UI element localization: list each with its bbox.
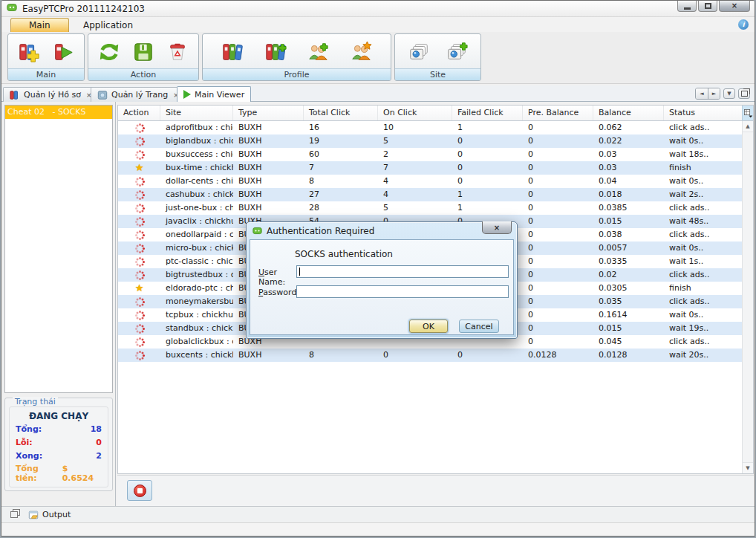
cell-on-click: 5 bbox=[378, 134, 452, 148]
cell-action: ★ bbox=[118, 295, 160, 308]
save-icon bbox=[132, 41, 154, 63]
column-header-balance[interactable]: Balance bbox=[593, 106, 664, 120]
delete-button[interactable] bbox=[164, 39, 191, 65]
play-icon bbox=[183, 90, 191, 99]
table-row[interactable]: ★ cashubux : chickh... BUXH 27 4 1 0 0.0… bbox=[118, 188, 742, 201]
output-tab[interactable]: Output bbox=[25, 508, 74, 522]
cell-type: BUXH bbox=[233, 201, 304, 215]
dialog-titlebar[interactable]: Authentication Required bbox=[247, 222, 517, 239]
column-header-total-click[interactable]: Total Click bbox=[304, 106, 378, 120]
column-header-status[interactable]: Status bbox=[664, 106, 742, 120]
column-header-on-click[interactable]: On Click bbox=[378, 106, 452, 120]
sites-icon bbox=[408, 41, 430, 63]
metric-value: 18 bbox=[91, 424, 102, 434]
save-button[interactable] bbox=[130, 39, 157, 65]
spinner-icon bbox=[134, 230, 145, 240]
column-header-site[interactable]: Site bbox=[160, 106, 233, 120]
ribbon-tab-main[interactable]: Main bbox=[10, 18, 69, 32]
viewer-bottom-panel bbox=[117, 475, 754, 506]
run-profile-button[interactable] bbox=[50, 39, 76, 65]
cell-total-click: 16 bbox=[304, 121, 378, 134]
cell-pre-balance: 0 bbox=[523, 228, 593, 242]
cell-total-click: 28 bbox=[304, 201, 378, 215]
metric-errors: Lỗi: 0 bbox=[16, 438, 102, 447]
window-controls: × bbox=[677, 1, 750, 12]
maximize-button[interactable] bbox=[698, 1, 717, 12]
sites-button[interactable] bbox=[405, 39, 432, 65]
add-site-button[interactable] bbox=[443, 39, 470, 65]
stop-button[interactable] bbox=[127, 480, 152, 501]
table-row[interactable]: ★ adprofitbux : chic... BUXH 16 10 1 0 0… bbox=[118, 121, 742, 134]
ribbon-group-label: Action bbox=[88, 68, 198, 80]
column-header-type[interactable]: Type bbox=[233, 106, 304, 120]
table-row[interactable]: ★ bux-time : chickh... BUXH 7 7 0 0 0.03… bbox=[118, 161, 742, 175]
table-row[interactable]: ★ buxcents : chickh... BUXH 8 0 0 0.0128… bbox=[118, 349, 742, 362]
ribbon-tab-application[interactable]: Application bbox=[65, 18, 151, 32]
cell-total-click: 8 bbox=[304, 349, 378, 362]
table-row[interactable]: ★ dollar-cents : chic... BUXH 8 4 0 0 0.… bbox=[118, 175, 742, 188]
table-row[interactable]: ★ biglandbux : chick... BUXH 19 5 0 0 0.… bbox=[118, 134, 742, 148]
spinner-icon bbox=[134, 243, 145, 253]
scroll-up-button[interactable]: ▲ bbox=[743, 121, 753, 132]
star-icon: ★ bbox=[135, 282, 144, 295]
add-users-icon bbox=[307, 41, 329, 63]
column-header-action[interactable]: Action bbox=[118, 106, 160, 120]
cell-action: ★ bbox=[118, 215, 160, 228]
add-profiles-button[interactable] bbox=[262, 39, 289, 65]
cancel-button[interactable]: Cancel bbox=[459, 320, 499, 333]
metric-total-money: Tổng tiền: $ 0.6524 bbox=[16, 464, 102, 483]
cell-failed-click: 1 bbox=[452, 121, 523, 134]
cell-pre-balance: 0 bbox=[523, 268, 593, 282]
cell-type: BUXH bbox=[233, 148, 304, 161]
username-input[interactable] bbox=[296, 265, 509, 278]
spinner-icon bbox=[134, 189, 145, 200]
tab-float-button[interactable] bbox=[738, 88, 750, 99]
table-row[interactable]: ★ just-one-bux : chi... BUXH 28 5 1 0 0.… bbox=[118, 201, 742, 215]
column-header-failed-click[interactable]: Failed Click bbox=[452, 106, 523, 120]
refresh-button[interactable] bbox=[96, 39, 123, 65]
cell-on-click: 4 bbox=[378, 175, 452, 188]
add-profile-icon bbox=[18, 41, 40, 63]
cell-site: cashubux : chickh... bbox=[160, 188, 233, 201]
profile-list-item[interactable]: Cheat 02 - SOCKS bbox=[5, 106, 112, 119]
cell-status: wait 2s.. bbox=[664, 188, 742, 201]
users-star-button[interactable] bbox=[348, 39, 374, 65]
tab-list-dropdown-button[interactable]: ▼ bbox=[723, 88, 735, 99]
cell-action: ★ bbox=[118, 268, 160, 282]
profiles-button[interactable] bbox=[219, 39, 246, 65]
add-users-button[interactable] bbox=[304, 39, 331, 65]
tab-main-viewer[interactable]: Main Viewer bbox=[177, 86, 251, 102]
tab-quan-ly-ho-so[interactable]: Quản lý Hồ sơ × bbox=[3, 87, 98, 102]
cell-status: click ads.. bbox=[664, 335, 742, 349]
cell-failed-click: 1 bbox=[452, 188, 523, 201]
tab-scroll-right-button[interactable]: ► bbox=[708, 88, 720, 99]
column-header-pre-balance[interactable]: Pre. Balance bbox=[523, 106, 593, 120]
tab-label: Quản lý Trang bbox=[111, 90, 168, 100]
dock-panes-icon[interactable] bbox=[10, 511, 18, 518]
tab-scroll-left-button[interactable]: ◄ bbox=[696, 88, 708, 99]
minimize-button[interactable] bbox=[677, 1, 697, 12]
cell-status: wait 18s.. bbox=[664, 148, 742, 161]
column-chooser-button[interactable] bbox=[742, 106, 753, 121]
scroll-down-button[interactable]: ▼ bbox=[743, 462, 753, 473]
cell-balance: 0.035 bbox=[593, 295, 664, 308]
cell-action: ★ bbox=[118, 282, 160, 295]
info-button[interactable]: i bbox=[738, 19, 749, 30]
tab-quan-ly-trang[interactable]: Quản lý Trang × bbox=[91, 87, 186, 102]
document-tabbar: Quản lý Hồ sơ × Quản lý Trang × Main Vie… bbox=[1, 85, 755, 102]
cell-status: wait 1s.. bbox=[664, 255, 742, 268]
table-row[interactable]: ★ buxsuccess : chic... BUXH 60 2 0 0 0.0… bbox=[118, 148, 742, 161]
ok-button[interactable]: OK bbox=[409, 320, 448, 333]
close-button[interactable]: × bbox=[719, 1, 750, 12]
vertical-scrollbar[interactable]: ▲ ▼ bbox=[742, 121, 753, 473]
star-icon: ★ bbox=[135, 161, 144, 175]
password-input[interactable] bbox=[296, 285, 509, 298]
cell-action: ★ bbox=[118, 242, 160, 255]
ribbon-group-label: Main bbox=[8, 68, 84, 80]
cell-site: globalclickbux : c... bbox=[160, 335, 233, 349]
dialog-close-button[interactable]: × bbox=[482, 221, 512, 234]
cell-action: ★ bbox=[118, 322, 160, 335]
profile-list[interactable]: Cheat 02 - SOCKS bbox=[4, 105, 113, 393]
titlebar[interactable]: EasyPTCPro 201111242103 × bbox=[1, 1, 755, 17]
add-profile-button[interactable] bbox=[16, 39, 42, 65]
